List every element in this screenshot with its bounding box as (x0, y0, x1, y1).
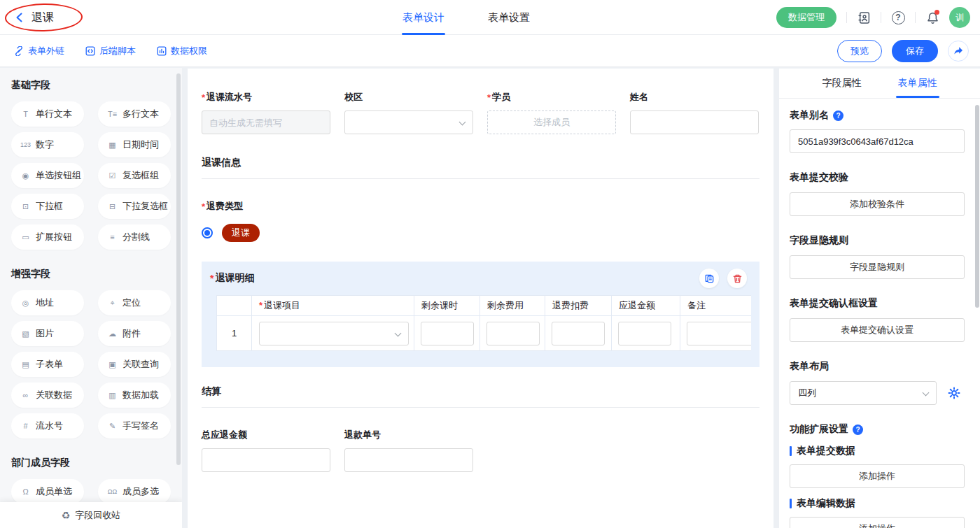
field-item-single-line-text[interactable]: T单行文本 (11, 101, 84, 127)
student-member-picker[interactable]: 选择成员 (487, 110, 616, 134)
avatar[interactable]: 训 (949, 7, 970, 28)
col-label: 备注 (687, 300, 706, 311)
preview-button[interactable]: 预览 (837, 40, 882, 62)
field-item-member-single[interactable]: Ω成员单选 (11, 479, 84, 504)
field-item-number[interactable]: 123数字 (11, 132, 84, 157)
field-label: 总应退金额 (202, 429, 330, 441)
basic-fields-grid: T单行文本 T≡多行文本 123数字 ▦日期时间 ◉单选按钮组 ☑复选框组 ⊡下… (11, 101, 171, 250)
field-item-datetime[interactable]: ▦日期时间 (98, 132, 171, 157)
total-refund-input[interactable] (202, 448, 330, 472)
field-item-signature[interactable]: ✎手写签名 (98, 413, 171, 438)
remaining-fee-input[interactable] (486, 322, 540, 345)
remark-cell (680, 316, 752, 351)
data-permission-button[interactable]: 数据权限 (157, 45, 207, 57)
form-layout-select[interactable]: 四列 (790, 381, 937, 405)
tab-field-properties[interactable]: 字段属性 (822, 69, 862, 98)
subtable-header-row: *退课项目 剩余课时 剩余费用 退费扣费 应退金额 备注 (217, 296, 752, 316)
extension-help-icon[interactable]: ? (853, 424, 863, 435)
field-item-address[interactable]: ◎地址 (11, 290, 84, 315)
toolbar-actions: 预览 保存 (837, 35, 969, 67)
field-student[interactable]: *学员 选择成员 (487, 91, 616, 134)
col-label: 剩余课时 (421, 300, 458, 311)
field-item-attachment[interactable]: ☁附件 (98, 321, 171, 346)
field-item-label: 单选按钮组 (36, 169, 81, 182)
field-item-member-multi[interactable]: ΩΩ成员多选 (98, 479, 171, 504)
field-recycle-bin[interactable]: ♻ 字段回收站 (0, 502, 182, 528)
remark-input[interactable] (687, 322, 751, 345)
copy-field-button[interactable] (699, 269, 719, 288)
delete-field-button[interactable] (727, 269, 747, 288)
data-load-icon: ▥ (107, 391, 118, 400)
tab-form-settings[interactable]: 表单设置 (488, 0, 530, 35)
member-multi-icon: ΩΩ (107, 488, 118, 495)
section-basic-fields-title: 基础字段 (11, 79, 171, 92)
save-button[interactable]: 保存 (892, 40, 938, 62)
field-item-label: 子表单 (36, 358, 63, 371)
back-nav[interactable]: 退课 (14, 0, 54, 35)
field-item-relation-data[interactable]: ∞关联数据 (11, 383, 84, 408)
field-item-radio-group[interactable]: ◉单选按钮组 (11, 163, 84, 188)
share-button[interactable] (948, 41, 969, 62)
form-alias-input[interactable] (790, 129, 965, 153)
submit-data-label: 表单提交数据 (797, 445, 855, 457)
external-link-button[interactable]: 表单外链 (14, 45, 64, 57)
chevron-down-icon (923, 390, 930, 397)
subtable-scroll-area[interactable]: *退课项目 剩余课时 剩余费用 退费扣费 应退金额 备注 1 (216, 295, 751, 351)
submit-confirm-button[interactable]: 表单提交确认设置 (790, 318, 965, 342)
field-item-divider-line[interactable]: ≡分割线 (98, 224, 171, 250)
add-validation-button[interactable]: 添加校验条件 (790, 192, 965, 216)
submit-data-add-action-button[interactable]: 添加操作 (790, 464, 965, 488)
recycle-icon: ♻ (62, 510, 71, 521)
multi-line-text-icon: T≡ (107, 110, 118, 118)
field-name[interactable]: 姓名 (630, 91, 759, 134)
col-refund-amount: 应退金额 (612, 296, 680, 316)
field-visibility-button[interactable]: 字段显隐规则 (790, 255, 965, 279)
refund-item-select[interactable] (259, 322, 409, 345)
refund-order-no-input[interactable] (344, 448, 473, 472)
help-icon[interactable]: ? (891, 10, 905, 24)
field-item-subform[interactable]: ▤子表单 (11, 352, 84, 377)
field-item-label: 关联数据 (36, 389, 72, 401)
col-remaining-hours: 剩余课时 (414, 296, 480, 316)
remaining-hours-input[interactable] (421, 322, 474, 345)
section-divider (202, 178, 760, 179)
extension-settings-label: 功能扩展设置 ? (790, 423, 965, 436)
field-refund-serial[interactable]: *退课流水号 (202, 91, 330, 134)
campus-select[interactable] (344, 110, 473, 134)
field-item-extend-button[interactable]: ▭扩展按钮 (11, 224, 84, 250)
field-item-label: 数据加载 (122, 389, 159, 401)
tab-form-properties[interactable]: 表单属性 (898, 69, 937, 98)
field-item-data-load[interactable]: ▥数据加载 (98, 383, 171, 408)
data-manage-button[interactable]: 数据管理 (776, 7, 836, 28)
backend-script-button[interactable]: 后端脚本 (85, 45, 136, 57)
edit-data-add-action-button[interactable]: 添加操作 (790, 517, 965, 528)
notification-bell-icon[interactable] (925, 10, 939, 24)
field-item-checkbox-group[interactable]: ☑复选框组 (98, 163, 171, 188)
field-label-text: 总应退金额 (202, 429, 247, 441)
field-item-multi-line-text[interactable]: T≡多行文本 (98, 101, 171, 127)
refund-type-radio-selected[interactable] (202, 227, 213, 238)
panel-scrollbar[interactable] (975, 105, 979, 308)
layout-settings-button[interactable] (944, 383, 965, 404)
field-item-relation-query[interactable]: ▣关联查询 (98, 352, 171, 377)
number-icon: 123 (20, 141, 31, 148)
field-item-dropdown[interactable]: ⊡下拉框 (11, 194, 84, 219)
tab-form-design-label: 表单设计 (402, 11, 444, 24)
sidebar-scrollbar[interactable] (176, 73, 181, 465)
field-item-label: 多行文本 (122, 108, 159, 120)
refund-deduction-input[interactable] (552, 322, 605, 345)
field-refund-order-no[interactable]: 退款单号 (344, 429, 473, 472)
field-total-refund[interactable]: 总应退金额 (202, 429, 330, 472)
field-campus[interactable]: 校区 (344, 91, 473, 134)
name-input[interactable] (630, 110, 759, 134)
section-enhanced-fields-title: 增强字段 (11, 268, 171, 280)
refund-amount-input[interactable] (618, 322, 671, 345)
refund-serial-input[interactable] (202, 110, 330, 134)
tab-form-design[interactable]: 表单设计 (402, 0, 444, 35)
field-item-image[interactable]: ▧图片 (11, 321, 84, 346)
contact-book-icon[interactable] (857, 10, 871, 24)
field-item-locate[interactable]: ⌖定位 (98, 290, 171, 315)
field-item-serial-number[interactable]: #流水号 (11, 413, 84, 438)
field-item-multi-dropdown[interactable]: ⊟下拉复选框 (98, 194, 171, 219)
alias-help-icon[interactable]: ? (833, 110, 844, 121)
